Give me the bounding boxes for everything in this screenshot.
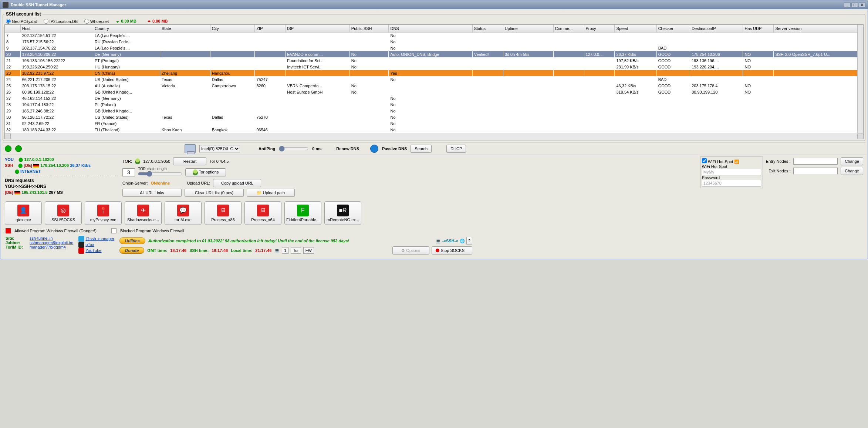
launcher-qtox.exe[interactable]: 👤qtox.exe xyxy=(5,201,42,225)
copy-upload-url-button[interactable]: Copy upload URL xyxy=(213,179,261,187)
renew-dns-label: Renew DNS xyxy=(336,146,359,151)
launcher-torIM.exe[interactable]: 💬torIM.exe xyxy=(165,201,202,225)
flag-de-icon xyxy=(14,191,20,195)
search-button[interactable]: Search xyxy=(411,145,432,153)
wifi-password-input[interactable] xyxy=(702,180,761,186)
network-adapter-icon xyxy=(185,144,196,153)
column-header[interactable]: Public SSH xyxy=(349,25,389,32)
table-row[interactable]: 8176.57.215.56:22RU (Russian Fede...No xyxy=(5,38,863,45)
jabber-link[interactable]: sshmanager@exploit.im xyxy=(30,240,73,245)
launcher-myPrivacy.exe[interactable]: 📍myPrivacy.exe xyxy=(85,201,122,225)
titlebar[interactable]: Double SSH Tunnel Manager _ □ × xyxy=(0,0,868,9)
column-header[interactable]: DestinationIP xyxy=(690,25,743,32)
entry-nodes-input[interactable] xyxy=(793,158,838,165)
table-row[interactable]: 7202.137.154.51:22LA (Lao People's ...No xyxy=(5,32,863,38)
tor-onion-icon xyxy=(135,158,140,164)
column-header[interactable]: City xyxy=(210,25,255,32)
launcher-Shadowsocks.e...[interactable]: ✈Shadowsocks.e... xyxy=(125,201,162,225)
dhcp-button[interactable]: DHCP xyxy=(446,145,466,153)
column-header[interactable]: Speed xyxy=(615,25,656,32)
column-header[interactable]: Server version xyxy=(774,25,863,32)
entry-change-button[interactable]: Change xyxy=(841,157,863,165)
column-header[interactable]: Country xyxy=(93,25,160,32)
telegram-link[interactable]: @ssh_manager xyxy=(85,236,114,241)
table-row[interactable]: 20178.254.10.206:22DE (Germany)EVANZO e-… xyxy=(5,51,863,57)
window-title: Double SSH Tunnel Manager xyxy=(11,3,66,7)
all-url-links-button[interactable]: All URL Links xyxy=(122,189,182,197)
launcher-Process_x86[interactable]: 🖥Process_x86 xyxy=(205,201,242,225)
adapter-select[interactable]: Intel(R) 82574L G xyxy=(199,145,240,152)
exit-change-button[interactable]: Change xyxy=(841,167,863,175)
table-row[interactable]: 32180.183.244.33:22TH (Thailand)Khon Kae… xyxy=(5,127,863,133)
wifi-ssid-input[interactable] xyxy=(702,169,761,175)
firewall-legend: Allowed Program Windows Firewall (Danger… xyxy=(3,227,865,235)
column-header[interactable]: Checker xyxy=(656,25,690,32)
tor-chain-input[interactable] xyxy=(122,168,135,176)
one-toggle[interactable]: 1 xyxy=(282,247,288,254)
fw-toggle[interactable]: FW xyxy=(303,247,314,254)
table-row[interactable]: 28194.177.4.133:22PL (Poland)No xyxy=(5,101,863,108)
antiping-value: 0 ms xyxy=(312,146,321,151)
site-link[interactable]: ssh-tunnel.in xyxy=(30,236,53,240)
launcher-SSH/SOCKS[interactable]: ◎SSH/SOCKS xyxy=(45,201,82,225)
column-header[interactable]: Uptime xyxy=(503,25,553,32)
exit-nodes-input[interactable] xyxy=(793,168,838,174)
tor-toggle[interactable]: Tor xyxy=(291,247,301,254)
table-row[interactable]: 3096.126.117.72:22US (United States)Texa… xyxy=(5,114,863,120)
youtube-link[interactable]: YouTube xyxy=(85,248,101,253)
minimize-button[interactable]: _ xyxy=(844,2,851,7)
close-button[interactable]: × xyxy=(859,2,865,7)
column-header[interactable]: ISP xyxy=(286,25,350,32)
group-legend: SSH account list xyxy=(4,11,43,17)
table-row[interactable]: 21193.136.196.156:22222PT (Portugal)Foun… xyxy=(5,57,863,64)
horizontal-scrollbar[interactable] xyxy=(5,133,863,139)
options-button[interactable]: ⚙ Options xyxy=(392,246,429,255)
radio-ip2location[interactable]: IP2Location.DB xyxy=(44,19,78,24)
vertical-scrollbar[interactable] xyxy=(857,25,863,133)
clear-url-list-button[interactable]: Clear URL list (0 pcs) xyxy=(185,189,244,197)
launcher-Process_x64[interactable]: 🖥Process_x64 xyxy=(244,201,281,225)
column-header[interactable]: State xyxy=(160,25,210,32)
table-row[interactable]: 2746.163.114.152:22DE (Germany)No xyxy=(5,95,863,101)
donate-button[interactable]: Donate xyxy=(119,247,144,254)
table-row[interactable]: 3192.243.2.69:22FR (France)No xyxy=(5,120,863,127)
table-row[interactable]: 2680.90.199.120:22GB (United Kingdo...Ho… xyxy=(5,89,863,95)
upload-path-button[interactable]: 📁 Upload path xyxy=(247,189,295,197)
torim-link[interactable]: manager77bjdqdm4 xyxy=(30,245,66,249)
launcher-mRemoteNG.ex...[interactable]: ■RmRemoteNG.ex... xyxy=(324,201,361,225)
antiping-slider[interactable] xyxy=(279,146,308,152)
connection-chain: 💻->SSH->🌐 ? xyxy=(436,237,472,245)
account-table[interactable]: HostCountryStateCityZIPISPPublic SSHDNSS… xyxy=(4,24,864,139)
table-row[interactable]: 2466.221.217.206:22US (United States)Tex… xyxy=(5,76,863,82)
tor-options-button[interactable]: Tor options xyxy=(185,168,226,176)
column-header[interactable]: Host xyxy=(20,25,93,32)
tor-chain-slider[interactable] xyxy=(138,171,182,177)
table-row[interactable]: 22193.226.204.250:22HU (Hungary)Invitech… xyxy=(5,64,863,70)
column-header[interactable]: Has UDP xyxy=(743,25,774,32)
passive-dns-label: Passive DNS xyxy=(382,146,407,151)
table-row[interactable]: 29185.27.246.38:22GB (United Kingdo...No xyxy=(5,108,863,114)
help-button[interactable]: ? xyxy=(466,237,472,245)
column-header[interactable]: DNS xyxy=(389,25,472,32)
wifi-checkbox[interactable]: WiFi Hot-Spot 📶 xyxy=(702,159,740,164)
table-row[interactable]: 25203.175.178.15:22AU (Australia)Victori… xyxy=(5,82,863,89)
table-row[interactable]: 9202.137.154.76:22LA (Lao People's ...No… xyxy=(5,45,863,51)
column-header[interactable]: Proxy xyxy=(584,25,615,32)
stop-socks-button[interactable]: Stop SOCKS xyxy=(432,246,472,255)
launcher-Fiddler4Portable...[interactable]: FFiddler4Portable... xyxy=(284,201,321,225)
maximize-button[interactable]: □ xyxy=(851,2,858,7)
column-header[interactable]: ZIP xyxy=(255,25,286,32)
column-header[interactable]: Status xyxy=(472,25,503,32)
onion-server-label: Onion-Server: xyxy=(122,181,148,185)
radio-geoipcity[interactable]: GeoIPCity.dat xyxy=(6,19,37,24)
mid-toolbar: Intel(R) 82574L G AntiPing 0 ms Renew DN… xyxy=(3,142,865,155)
radio-whoer[interactable]: Whoer.net xyxy=(84,19,109,24)
nodes-panel: Entry Nodes : Change Exit Nodes : Change xyxy=(766,156,863,176)
utilities-button[interactable]: Utilities xyxy=(119,237,145,244)
table-row[interactable]: 23182.92.233.97:22CN (China)ZhejiangHang… xyxy=(5,70,863,76)
firewall-blocked-icon xyxy=(111,228,116,233)
tor-restart-button[interactable]: Restart xyxy=(173,157,206,165)
flag-de-icon xyxy=(33,164,39,168)
column-header[interactable]: Comme... xyxy=(553,25,584,32)
qtox-link[interactable]: qTox xyxy=(85,242,94,247)
